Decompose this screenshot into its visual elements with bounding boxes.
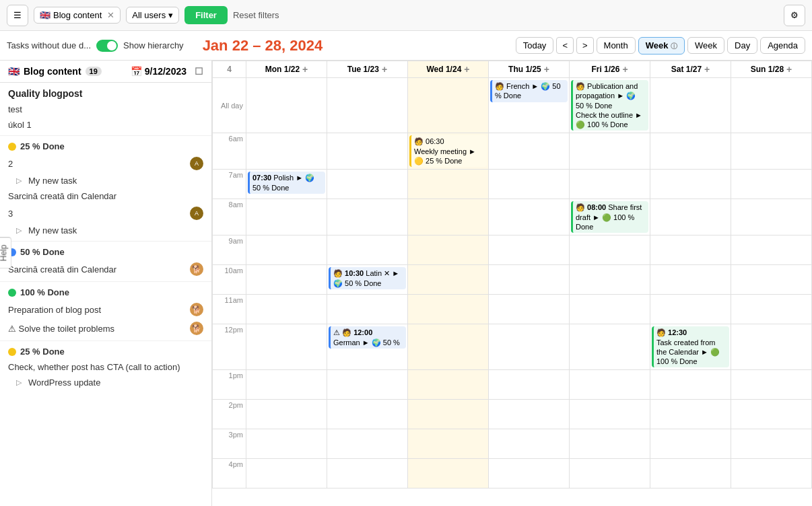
cell-sat-3[interactable] — [650, 429, 731, 459]
event-polish[interactable]: 07:30 Polish ► 🌍 50 % Done — [248, 172, 325, 194]
cell-mon-8[interactable] — [246, 199, 327, 236]
cell-sat-1[interactable] — [650, 370, 731, 400]
cell-thu-1[interactable] — [489, 370, 570, 400]
cell-fri-3[interactable] — [570, 429, 650, 459]
cell-wed-1[interactable] — [408, 370, 489, 400]
cell-tue-6[interactable] — [327, 133, 408, 170]
cell-wed-11[interactable] — [408, 295, 489, 324]
cell-fri-7[interactable] — [570, 170, 650, 199]
cell-sat-6[interactable] — [650, 133, 731, 170]
cell-sat-10[interactable] — [650, 265, 731, 295]
cell-thu-8[interactable] — [489, 199, 570, 236]
day-view-button[interactable]: Day — [727, 37, 757, 54]
cell-sun-11[interactable] — [731, 295, 812, 324]
cell-tue-9[interactable] — [327, 236, 408, 265]
cell-sun-7[interactable] — [731, 170, 812, 199]
hierarchy-toggle[interactable] — [96, 40, 118, 52]
help-tab[interactable]: Help — [0, 238, 11, 269]
cell-thu-4[interactable] — [489, 459, 570, 489]
settings-button[interactable]: ⚙ — [784, 5, 805, 26]
cell-sat-9[interactable] — [650, 236, 731, 265]
cell-sun-3[interactable] — [731, 429, 812, 459]
list-item[interactable]: ▷ My new task — [0, 173, 211, 188]
col-sat[interactable]: Sat 1/27+ — [650, 61, 731, 78]
cell-fri-8[interactable]: 🧑 08:00 Share first draft ► 🟢 100 % Done — [570, 199, 650, 236]
cell-wed-6[interactable]: 🧑 06:30 Weekly meeting ► 🟡 25 % Done — [408, 133, 489, 170]
week-view-button[interactable]: Week ⓘ — [638, 37, 685, 55]
cell-mon-3[interactable] — [246, 429, 327, 459]
cell-wed-9[interactable] — [408, 236, 489, 265]
cell-wed-7[interactable] — [408, 170, 489, 199]
cell-fri-2[interactable] — [570, 400, 650, 429]
cell-fri-12[interactable] — [570, 324, 650, 370]
col-fri[interactable]: Fri 1/26+ — [570, 61, 650, 78]
cell-mon-10[interactable] — [246, 265, 327, 295]
cell-wed-12[interactable] — [408, 324, 489, 370]
add-event-mon[interactable]: + — [302, 64, 308, 75]
cell-wed-2[interactable] — [408, 400, 489, 429]
col-sun[interactable]: Sun 1/28+ — [731, 61, 812, 78]
event-task-calendar[interactable]: 🧑 12:30 Task created from the Calendar ►… — [652, 326, 729, 367]
cell-mon-12[interactable] — [246, 324, 327, 370]
sidebar-close-icon[interactable]: ☐ — [195, 66, 203, 77]
hamburger-button[interactable]: ☰ — [7, 5, 28, 26]
add-event-tue[interactable]: + — [382, 64, 387, 75]
cell-sat-2[interactable] — [650, 400, 731, 429]
cell-thu-3[interactable] — [489, 429, 570, 459]
cell-tue-1[interactable] — [327, 370, 408, 400]
cell-sat-8[interactable] — [650, 199, 731, 236]
cell-sun-6[interactable] — [731, 133, 812, 170]
cell-fri-11[interactable] — [570, 295, 650, 324]
cell-thu-10[interactable] — [489, 265, 570, 295]
today-button[interactable]: Today — [516, 37, 554, 54]
event-share[interactable]: 🧑 08:00 Share first draft ► 🟢 100 % Done — [571, 201, 648, 233]
cell-fri-6[interactable] — [570, 133, 650, 170]
cell-wed-4[interactable] — [408, 459, 489, 489]
cell-thu-7[interactable] — [489, 170, 570, 199]
allday-thu[interactable]: 🧑 French ► 🌍 50 % Done — [489, 78, 570, 133]
agenda-view-button[interactable]: Agenda — [760, 37, 805, 54]
cell-fri-4[interactable] — [570, 459, 650, 489]
cell-mon-11[interactable] — [246, 295, 327, 324]
cell-sun-9[interactable] — [731, 236, 812, 265]
add-event-wed[interactable]: + — [464, 64, 469, 75]
cell-tue-8[interactable] — [327, 199, 408, 236]
filter-tag-blog[interactable]: 🇬🇧 Blog content ✕ — [34, 7, 121, 24]
prev-button[interactable]: < — [556, 37, 574, 54]
cell-sun-4[interactable] — [731, 459, 812, 489]
allday-fri[interactable]: 🧑 Publication and propagation ► 🌍 50 % D… — [570, 78, 650, 133]
col-wed[interactable]: Wed 1/24+ — [408, 61, 489, 78]
allday-mon[interactable] — [246, 78, 327, 133]
cell-tue-4[interactable] — [327, 459, 408, 489]
cell-tue-10[interactable]: 🧑 10:30 Latin ✕ ► 🌍 50 % Done — [327, 265, 408, 295]
cell-thu-11[interactable] — [489, 295, 570, 324]
event-publication[interactable]: 🧑 Publication and propagation ► 🌍 50 % D… — [571, 80, 648, 131]
cell-tue-2[interactable] — [327, 400, 408, 429]
cell-thu-2[interactable] — [489, 400, 570, 429]
cell-wed-8[interactable] — [408, 199, 489, 236]
week2-view-button[interactable]: Week — [687, 37, 724, 54]
cell-sat-11[interactable] — [650, 295, 731, 324]
cell-sun-8[interactable] — [731, 199, 812, 236]
cell-wed-3[interactable] — [408, 429, 489, 459]
add-event-thu[interactable]: + — [544, 64, 549, 75]
cell-tue-7[interactable] — [327, 170, 408, 199]
cell-mon-1[interactable] — [246, 370, 327, 400]
cell-sun-2[interactable] — [731, 400, 812, 429]
cell-sun-1[interactable] — [731, 370, 812, 400]
month-view-button[interactable]: Month — [597, 37, 636, 54]
cell-thu-9[interactable] — [489, 236, 570, 265]
col-mon[interactable]: Mon 1/22+ — [246, 61, 327, 78]
allday-sun[interactable] — [731, 78, 812, 133]
cell-sun-10[interactable] — [731, 265, 812, 295]
cell-mon-4[interactable] — [246, 459, 327, 489]
event-weekly[interactable]: 🧑 06:30 Weekly meeting ► 🟡 25 % Done — [409, 135, 487, 167]
allday-wed[interactable] — [408, 78, 489, 133]
next-button[interactable]: > — [576, 37, 594, 54]
cell-fri-1[interactable] — [570, 370, 650, 400]
event-german[interactable]: ⚠ 🧑 12:00 German ► 🌍 50 % — [329, 326, 406, 349]
cell-sun-12[interactable] — [731, 324, 812, 370]
list-item[interactable]: ▷ My new task — [0, 223, 211, 238]
cell-sat-12[interactable]: 🧑 12:30 Task created from the Calendar ►… — [650, 324, 731, 370]
cell-thu-6[interactable] — [489, 133, 570, 170]
